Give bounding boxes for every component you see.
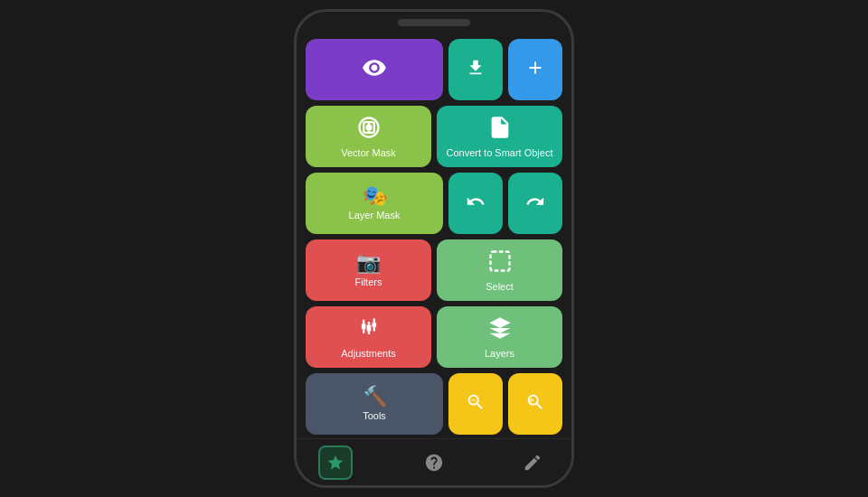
- notch: [398, 19, 470, 26]
- edit-button[interactable]: [515, 445, 550, 480]
- vector-mask-icon: [356, 115, 382, 144]
- zoom-in-icon: [525, 392, 545, 416]
- hammer-emoji: 🔨: [363, 387, 387, 407]
- layers-icon: [487, 315, 513, 344]
- tile-filters[interactable]: 📷 Filters: [306, 239, 431, 301]
- smart-object-icon: [487, 115, 513, 144]
- redo-icon: [525, 192, 545, 215]
- row-5: Adjustments Layers: [306, 306, 562, 368]
- camera-emoji: 📷: [356, 253, 381, 273]
- star-button[interactable]: [318, 445, 353, 480]
- svg-point-1: [365, 125, 372, 131]
- tile-tools[interactable]: 🔨 Tools: [306, 373, 443, 435]
- star-icon: [326, 454, 344, 472]
- smart-object-label: Convert to Smart Object: [447, 147, 553, 158]
- tile-smart-object[interactable]: Convert to Smart Object: [437, 106, 562, 167]
- row-6: 🔨 Tools: [306, 373, 562, 435]
- tile-adjustments[interactable]: Adjustments: [306, 306, 431, 368]
- grid-area: Vector Mask Convert to Smart Object: [297, 30, 571, 438]
- layer-mask-label: Layer Mask: [349, 210, 401, 220]
- undo-icon: [466, 192, 486, 215]
- help-icon: [424, 453, 444, 473]
- tile-layer-mask[interactable]: 🎭 Layer Mask: [306, 173, 443, 234]
- tile-vector-mask[interactable]: Vector Mask: [306, 106, 431, 167]
- tile-undo[interactable]: [448, 173, 503, 234]
- add-icon: [525, 58, 545, 81]
- layers-label: Layers: [485, 348, 514, 359]
- tile-zoom-in[interactable]: [508, 373, 562, 435]
- tile-select[interactable]: Select: [437, 239, 562, 301]
- tile-add[interactable]: [508, 39, 562, 100]
- svg-rect-13: [372, 323, 376, 327]
- filters-label: Filters: [355, 277, 382, 287]
- adjustments-icon: [356, 315, 382, 344]
- bottom-bar: [297, 438, 571, 485]
- row-2: Vector Mask Convert to Smart Object: [306, 106, 562, 167]
- select-icon: [487, 248, 513, 277]
- help-button[interactable]: [417, 445, 451, 480]
- tile-zoom-out[interactable]: [448, 373, 503, 435]
- mask-emoji: 🎭: [363, 186, 387, 206]
- tools-label: Tools: [363, 410, 386, 421]
- adjustments-label: Adjustments: [341, 348, 396, 359]
- tile-layers[interactable]: Layers: [437, 306, 562, 368]
- row-4: 📷 Filters Select: [306, 239, 562, 301]
- edit-icon: [523, 453, 542, 473]
- row-3: 🎭 Layer Mask: [306, 173, 562, 234]
- select-label: Select: [486, 281, 514, 292]
- eye-icon: [362, 55, 387, 84]
- vector-mask-label: Vector Mask: [341, 147, 396, 158]
- tile-redo[interactable]: [508, 173, 562, 234]
- svg-rect-7: [361, 324, 365, 329]
- svg-rect-5: [490, 252, 509, 271]
- tile-download[interactable]: [448, 39, 503, 100]
- svg-rect-10: [366, 325, 371, 332]
- phone-container: Vector Mask Convert to Smart Object: [294, 9, 574, 488]
- row-1: [306, 39, 562, 100]
- zoom-out-icon: [466, 392, 486, 416]
- download-icon: [466, 58, 486, 81]
- tile-eye[interactable]: [306, 39, 443, 100]
